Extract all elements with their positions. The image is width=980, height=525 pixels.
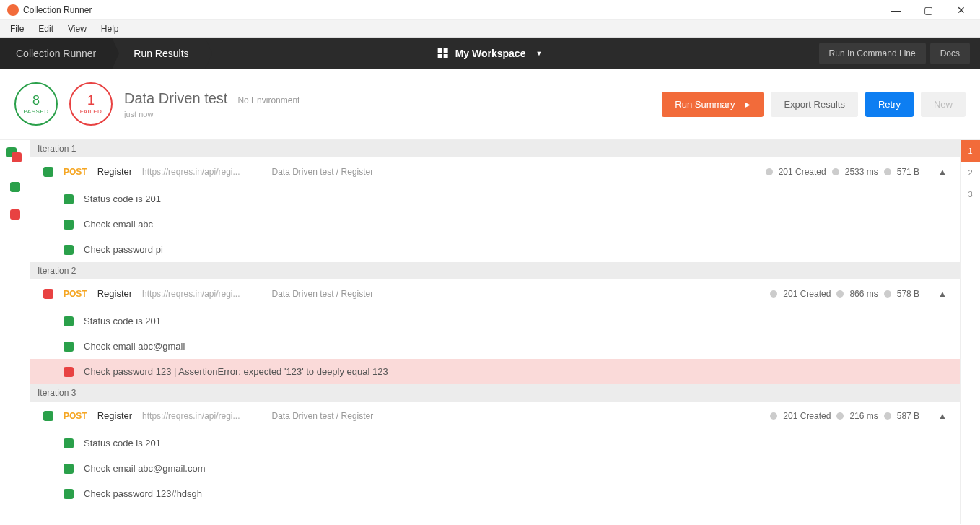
collection-title: Data Driven test: [124, 90, 227, 107]
passed-count: 8 PASSED: [14, 82, 58, 126]
close-button[interactable]: ✕: [945, 0, 977, 20]
workspace-name: My Workspace: [455, 48, 526, 59]
test-text: Check password 123 | AssertionError: exp…: [84, 366, 388, 377]
test-status-badge: [64, 438, 74, 448]
new-button[interactable]: New: [921, 92, 966, 117]
test-status-badge: [64, 220, 74, 230]
response-size: 578 B: [897, 289, 919, 299]
window-controls: — ▢ ✕: [880, 0, 977, 20]
http-method: POST: [64, 411, 87, 421]
test-row: Check email abc@gmail.com: [30, 456, 960, 481]
maximize-button[interactable]: ▢: [912, 0, 945, 20]
test-text: Check email abc@gmail.com: [84, 463, 206, 474]
menu-file[interactable]: File: [3, 22, 31, 36]
test-status-badge: [64, 464, 74, 474]
response-time: 866 ms: [849, 289, 878, 299]
separator-icon: [884, 290, 891, 298]
run-time: just now: [124, 110, 299, 118]
iteration-header: Iteration 2: [30, 262, 960, 279]
menu-edit[interactable]: Edit: [31, 22, 61, 36]
separator-icon: [766, 168, 773, 175]
left-filter-rail: [0, 140, 30, 524]
response-time: 216 ms: [849, 411, 878, 421]
results-panel: Iteration 1 POST Register https://reqres…: [30, 140, 960, 524]
separator-icon: [770, 290, 777, 298]
request-url: https://reqres.in/api/regi...: [142, 167, 240, 177]
separator-icon: [836, 290, 844, 298]
request-url: https://reqres.in/api/regi...: [142, 289, 240, 299]
test-row: Check password pi: [30, 237, 960, 262]
failed-count: 1 FAILED: [69, 82, 113, 126]
breadcrumb-results[interactable]: Run Results: [112, 38, 204, 69]
test-text: Check email abc@gmail: [84, 341, 185, 352]
workspace-icon: [438, 48, 448, 58]
minimize-button[interactable]: —: [880, 0, 912, 20]
test-status-badge: [64, 316, 74, 326]
workspace-selector[interactable]: My Workspace ▼: [438, 48, 543, 59]
filter-all[interactable]: [6, 147, 24, 165]
separator-icon: [770, 412, 777, 420]
test-text: Status code is 201: [84, 316, 161, 326]
collapse-icon[interactable]: ▲: [938, 411, 947, 421]
request-path: Data Driven test / Register: [272, 411, 374, 421]
test-row: Status code is 201: [30, 308, 960, 334]
test-row: Status code is 201: [30, 430, 960, 456]
retry-button[interactable]: Retry: [865, 92, 914, 117]
test-text: Status code is 201: [84, 194, 161, 204]
menu-view[interactable]: View: [61, 22, 94, 36]
request-url: https://reqres.in/api/regi...: [142, 411, 240, 421]
chevron-down-icon: ▼: [535, 50, 542, 57]
status-badge: [43, 167, 53, 177]
http-method: POST: [64, 289, 87, 299]
http-method: POST: [64, 167, 87, 177]
filter-passed[interactable]: [10, 182, 20, 192]
title-bar: Collection Runner — ▢ ✕: [0, 0, 980, 20]
chevron-right-icon: ▶: [745, 100, 751, 108]
separator-icon: [832, 168, 839, 175]
iteration-nav-1[interactable]: 1: [961, 140, 980, 162]
request-row[interactable]: POST Register https://reqres.in/api/regi…: [30, 157, 960, 186]
status-badge: [43, 289, 53, 299]
request-name: Register: [97, 288, 132, 299]
test-row: Check email abc: [30, 212, 960, 237]
filter-failed[interactable]: [10, 209, 20, 220]
response-time: 2533 ms: [845, 167, 878, 177]
response-status: 201 Created: [783, 289, 831, 299]
run-cmdline-button[interactable]: Run In Command Line: [819, 43, 926, 64]
separator-icon: [884, 412, 891, 420]
test-text: Status code is 201: [84, 438, 161, 448]
run-summary-bar: 8 PASSED 1 FAILED Data Driven test No En…: [0, 69, 980, 140]
response-status: 201 Created: [783, 411, 831, 421]
response-status: 201 Created: [779, 167, 826, 177]
request-path: Data Driven test / Register: [272, 289, 374, 299]
app-icon: [7, 4, 19, 16]
status-badge: [43, 411, 53, 421]
docs-button[interactable]: Docs: [930, 43, 970, 64]
test-row: Check email abc@gmail: [30, 334, 960, 359]
test-text: Check email abc: [84, 219, 153, 230]
test-text: Check password 123#hdsgh: [84, 488, 202, 499]
collapse-icon[interactable]: ▲: [938, 167, 947, 177]
window-title: Collection Runner: [23, 5, 92, 15]
request-name: Register: [97, 166, 132, 177]
response-size: 571 B: [897, 167, 919, 177]
iteration-nav-2[interactable]: 2: [961, 162, 980, 183]
run-summary-button[interactable]: Run Summary▶: [662, 92, 764, 117]
test-status-badge: [64, 194, 74, 204]
test-row: Check password 123 | AssertionError: exp…: [30, 359, 960, 384]
menu-help[interactable]: Help: [94, 22, 126, 36]
environment-label: No Environment: [237, 95, 299, 105]
menu-bar: File Edit View Help: [0, 20, 980, 38]
request-path: Data Driven test / Register: [272, 167, 374, 177]
request-row[interactable]: POST Register https://reqres.in/api/regi…: [30, 402, 960, 430]
breadcrumb-root[interactable]: Collection Runner: [0, 38, 112, 69]
iteration-nav-3[interactable]: 3: [961, 183, 980, 205]
export-results-button[interactable]: Export Results: [771, 92, 858, 117]
test-text: Check password pi: [84, 244, 163, 255]
iteration-nav: 1 2 3: [960, 140, 980, 524]
collapse-icon[interactable]: ▲: [938, 289, 947, 299]
request-name: Register: [97, 410, 132, 421]
test-status-badge: [64, 342, 74, 352]
request-row[interactable]: POST Register https://reqres.in/api/regi…: [30, 279, 960, 308]
nav-bar: Collection Runner Run Results My Workspa…: [0, 38, 980, 69]
